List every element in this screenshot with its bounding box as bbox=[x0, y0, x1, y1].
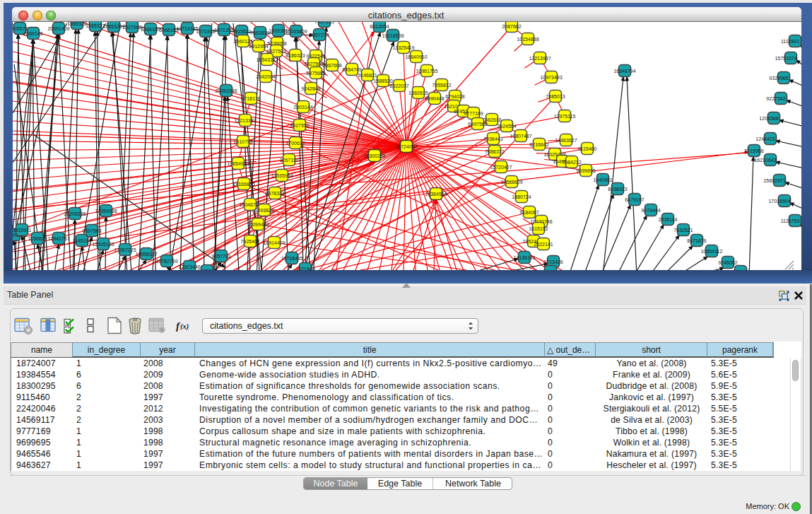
svg-text:1145194: 1145194 bbox=[73, 238, 92, 243]
svg-text:2522141: 2522141 bbox=[534, 242, 553, 247]
svg-text:8471676: 8471676 bbox=[687, 238, 706, 243]
svg-text:14463627: 14463627 bbox=[555, 138, 577, 143]
svg-text:19654933: 19654933 bbox=[227, 161, 249, 166]
svg-text:16543382: 16543382 bbox=[256, 57, 278, 62]
svg-text:1244415: 1244415 bbox=[755, 136, 775, 141]
svg-text:1700612: 1700612 bbox=[286, 141, 305, 146]
svg-text:5875685: 5875685 bbox=[306, 71, 325, 76]
svg-text:3660124: 3660124 bbox=[233, 39, 252, 44]
svg-text:1362615: 1362615 bbox=[408, 90, 428, 95]
svg-text:10973493: 10973493 bbox=[540, 75, 562, 80]
svg-text:9397588: 9397588 bbox=[82, 228, 101, 233]
svg-text:1880724: 1880724 bbox=[512, 194, 531, 199]
svg-text:1640951: 1640951 bbox=[593, 177, 612, 182]
svg-text:8813054: 8813054 bbox=[370, 24, 389, 29]
svg-text:2803144: 2803144 bbox=[293, 105, 312, 110]
svg-text:19166825: 19166825 bbox=[233, 182, 254, 187]
svg-text:10719185: 10719185 bbox=[176, 26, 198, 31]
svg-text:7663821: 7663821 bbox=[250, 30, 269, 35]
svg-text:10688609: 10688609 bbox=[500, 180, 522, 185]
svg-text:12213383: 12213383 bbox=[234, 118, 256, 123]
svg-text:20691406: 20691406 bbox=[47, 26, 69, 31]
svg-text:17016504: 17016504 bbox=[768, 199, 790, 204]
svg-text:2718176: 2718176 bbox=[241, 96, 260, 101]
svg-text:12213967: 12213967 bbox=[529, 56, 551, 61]
svg-text:9777169: 9777169 bbox=[464, 111, 483, 116]
svg-text:16782759: 16782759 bbox=[155, 259, 177, 264]
svg-text:3915911: 3915911 bbox=[13, 228, 31, 233]
svg-text:1209388: 1209388 bbox=[759, 116, 778, 121]
svg-text:12505135: 12505135 bbox=[92, 242, 114, 247]
svg-text:2087682: 2087682 bbox=[502, 24, 521, 29]
svg-text:1112841: 1112841 bbox=[781, 39, 799, 44]
svg-text:1493822: 1493822 bbox=[254, 208, 273, 213]
svg-text:7457213: 7457213 bbox=[314, 22, 334, 24]
svg-text:1588520: 1588520 bbox=[373, 78, 392, 83]
svg-text:9327508: 9327508 bbox=[304, 62, 323, 66]
svg-text:20206536: 20206536 bbox=[64, 211, 86, 216]
svg-text:13325419: 13325419 bbox=[392, 45, 414, 50]
svg-text:1610755: 1610755 bbox=[233, 139, 252, 144]
svg-text:2967608: 2967608 bbox=[322, 63, 341, 68]
svg-text:9699695: 9699695 bbox=[576, 168, 595, 173]
svg-text:7955812: 7955812 bbox=[432, 83, 451, 88]
svg-text:19384554: 19384554 bbox=[425, 192, 447, 197]
svg-text:16033809: 16033809 bbox=[285, 29, 307, 34]
svg-text:9474444: 9474444 bbox=[641, 208, 660, 213]
svg-text:16914479: 16914479 bbox=[263, 240, 285, 245]
svg-text:18640910: 18640910 bbox=[405, 54, 427, 59]
svg-text:8878332: 8878332 bbox=[265, 191, 284, 196]
svg-text:10854112: 10854112 bbox=[701, 249, 723, 254]
svg-text:20053346: 20053346 bbox=[215, 88, 237, 93]
svg-text:1571840: 1571840 bbox=[295, 267, 314, 271]
svg-text:2342004: 2342004 bbox=[256, 74, 275, 79]
svg-text:9115460: 9115460 bbox=[578, 146, 597, 151]
svg-text:924505: 924505 bbox=[732, 269, 748, 271]
svg-text:3624554: 3624554 bbox=[497, 124, 516, 129]
svg-text:7485013: 7485013 bbox=[546, 94, 565, 99]
svg-text:8215958: 8215958 bbox=[744, 148, 763, 153]
svg-text:6794028: 6794028 bbox=[445, 94, 464, 99]
svg-text:9245052: 9245052 bbox=[718, 260, 737, 265]
svg-text:7515521: 7515521 bbox=[232, 29, 251, 34]
svg-text:8912954: 8912954 bbox=[249, 44, 268, 49]
svg-text:6216642: 6216642 bbox=[529, 142, 548, 147]
svg-text:171342: 171342 bbox=[542, 269, 558, 271]
svg-text:10653267: 10653267 bbox=[102, 24, 124, 29]
svg-text:18724007: 18724007 bbox=[395, 144, 417, 149]
svg-text:2036443: 2036443 bbox=[483, 136, 502, 141]
svg-text:8186323: 8186323 bbox=[286, 53, 305, 58]
svg-text:7984212: 7984212 bbox=[562, 160, 581, 165]
svg-text:9227342: 9227342 bbox=[766, 96, 785, 101]
svg-text:6466160: 6466160 bbox=[141, 27, 160, 32]
svg-text:9242848: 9242848 bbox=[301, 86, 320, 91]
svg-text:7886372: 7886372 bbox=[485, 149, 504, 154]
svg-text:14136141: 14136141 bbox=[513, 255, 535, 260]
svg-text:10958107: 10958107 bbox=[135, 252, 157, 257]
svg-text:1156829: 1156829 bbox=[28, 236, 47, 241]
svg-text:9329966: 9329966 bbox=[769, 76, 788, 81]
svg-text:16961755: 16961755 bbox=[416, 69, 437, 74]
svg-text:15692971: 15692971 bbox=[763, 178, 785, 183]
svg-text:8322037: 8322037 bbox=[389, 83, 408, 88]
svg-text:16210643: 16210643 bbox=[754, 158, 776, 163]
svg-text:1065326: 1065326 bbox=[67, 22, 86, 26]
svg-text:9457791: 9457791 bbox=[211, 254, 230, 259]
svg-text:1527602: 1527602 bbox=[122, 25, 141, 30]
svg-text:1071918: 1071918 bbox=[196, 29, 215, 34]
svg-text:1126753: 1126753 bbox=[781, 218, 800, 223]
svg-text:15720407: 15720407 bbox=[490, 165, 512, 170]
svg-text:1615152: 1615152 bbox=[529, 226, 548, 231]
svg-text:7625402: 7625402 bbox=[240, 239, 259, 244]
svg-text:16099489: 16099489 bbox=[247, 222, 269, 227]
svg-text:13535954: 13535954 bbox=[271, 173, 293, 178]
svg-text:3267110: 3267110 bbox=[280, 158, 299, 163]
svg-text:8427552: 8427552 bbox=[290, 123, 309, 128]
svg-text:15718485: 15718485 bbox=[281, 256, 302, 261]
svg-text:7632621: 7632621 bbox=[673, 228, 693, 233]
svg-text:6497568: 6497568 bbox=[468, 122, 487, 127]
svg-text:9245044: 9245044 bbox=[197, 269, 216, 271]
svg-text:15751074: 15751074 bbox=[775, 56, 796, 61]
svg-text:1713426: 1713426 bbox=[543, 259, 563, 264]
svg-text:8938923: 8938923 bbox=[608, 187, 627, 192]
